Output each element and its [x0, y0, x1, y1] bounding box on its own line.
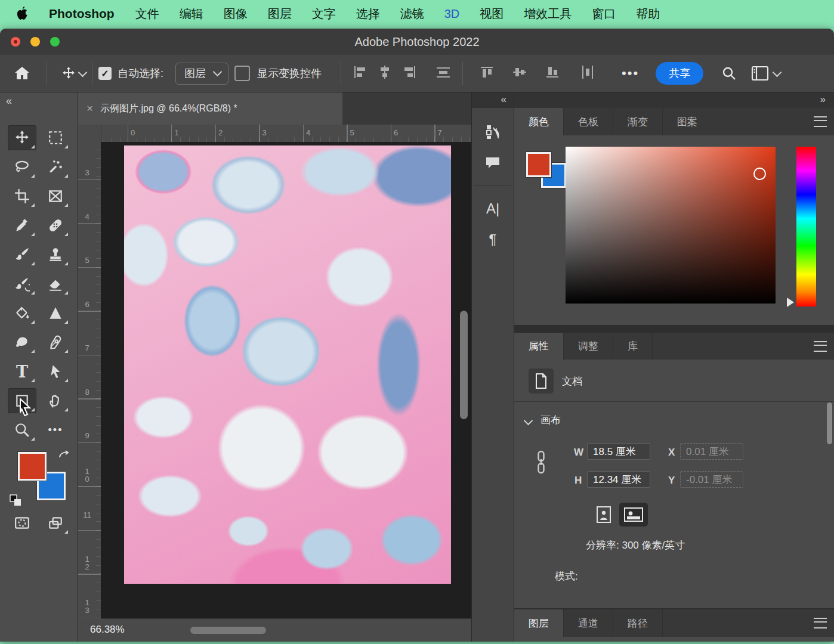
- panel-menu-icon[interactable]: [814, 116, 827, 127]
- crop-tool[interactable]: [8, 184, 36, 209]
- history-panel-icon[interactable]: [472, 116, 514, 147]
- vertical-scrollbar[interactable]: [460, 311, 468, 419]
- menu-plugins[interactable]: 增效工具: [514, 6, 582, 22]
- chevron-down-icon[interactable]: [773, 67, 782, 77]
- distribute-vertical-centers-icon[interactable]: [435, 65, 451, 82]
- saturation-brightness-field[interactable]: [566, 147, 776, 304]
- menubar-app-name[interactable]: Photoshop: [49, 7, 115, 21]
- tab-gradients[interactable]: 渐变: [613, 108, 663, 135]
- magic-wand-tool[interactable]: [41, 154, 70, 179]
- chevron-down-icon[interactable]: [524, 416, 533, 426]
- tab-color[interactable]: 颜色: [514, 108, 564, 135]
- horizontal-scrollbar[interactable]: [190, 627, 266, 634]
- close-document-icon[interactable]: ×: [87, 102, 93, 115]
- menu-image[interactable]: 图像: [214, 6, 258, 22]
- document-tab[interactable]: × 示例图片.jpg @ 66.4%(RGB/8) *: [78, 92, 342, 125]
- vertical-ruler[interactable]: 345678910111213: [78, 142, 101, 619]
- swap-colors-icon[interactable]: [57, 449, 70, 463]
- tab-channels[interactable]: 通道: [564, 609, 613, 637]
- dodge-tool[interactable]: [8, 330, 36, 355]
- move-tool[interactable]: [8, 125, 36, 150]
- quick-mask-icon[interactable]: [8, 510, 36, 535]
- menu-layer[interactable]: 图层: [258, 6, 302, 22]
- tab-paths[interactable]: 路径: [613, 609, 663, 637]
- collapse-panels-icon[interactable]: «: [501, 94, 506, 105]
- show-transform-checkbox[interactable]: [234, 66, 250, 81]
- chevron-down-icon[interactable]: [78, 67, 88, 77]
- align-right-edges-icon[interactable]: [403, 65, 417, 82]
- apple-menu-icon[interactable]: [16, 6, 29, 21]
- zoom-level-value[interactable]: 66.38%: [90, 624, 125, 636]
- menu-help[interactable]: 帮助: [626, 6, 670, 22]
- path-selection-tool[interactable]: [41, 359, 70, 384]
- pen-tool[interactable]: [41, 330, 70, 355]
- tab-properties[interactable]: 属性: [514, 333, 564, 360]
- shape-tool[interactable]: [41, 301, 70, 326]
- auto-select-checkbox[interactable]: ✓: [98, 67, 112, 80]
- menu-type[interactable]: 文字: [302, 6, 346, 22]
- align-top-edges-icon[interactable]: [480, 65, 494, 82]
- canvas-image[interactable]: [124, 145, 451, 584]
- comments-panel-icon[interactable]: [472, 147, 514, 178]
- x-field[interactable]: 0.01 厘米: [680, 443, 743, 460]
- lasso-tool[interactable]: [8, 154, 36, 179]
- rectangular-marquee-tool[interactable]: [41, 125, 70, 150]
- home-icon[interactable]: [14, 66, 30, 80]
- menu-file[interactable]: 文件: [125, 6, 169, 22]
- menu-3d[interactable]: 3D: [434, 7, 470, 21]
- healing-brush-tool[interactable]: [41, 213, 70, 238]
- type-tool[interactable]: T: [8, 359, 36, 384]
- panel-menu-icon[interactable]: [814, 618, 827, 628]
- hue-slider[interactable]: [796, 147, 816, 306]
- more-options-icon[interactable]: •••: [622, 66, 639, 81]
- zoom-tool[interactable]: [8, 417, 36, 442]
- search-icon[interactable]: [721, 66, 737, 81]
- tab-layers[interactable]: 图层: [514, 609, 564, 637]
- height-field[interactable]: 12.34 厘米: [587, 471, 650, 488]
- align-horizontal-centers-icon[interactable]: [378, 65, 392, 82]
- ruler-origin-corner[interactable]: [78, 125, 101, 143]
- horizontal-ruler[interactable]: 01234567: [78, 125, 471, 143]
- share-button[interactable]: 共享: [656, 62, 703, 85]
- character-panel-icon[interactable]: A|: [472, 193, 514, 224]
- screen-mode-icon[interactable]: [41, 510, 70, 535]
- eraser-tool[interactable]: [41, 271, 70, 296]
- hand-tool[interactable]: [41, 388, 70, 413]
- tab-adjustments[interactable]: 调整: [564, 333, 613, 360]
- portrait-orientation-button[interactable]: [592, 503, 616, 527]
- align-vertical-centers-icon[interactable]: [512, 65, 527, 82]
- tab-swatches[interactable]: 色板: [564, 108, 613, 135]
- eyedropper-tool[interactable]: [8, 213, 36, 238]
- menu-view[interactable]: 视图: [469, 6, 514, 22]
- canvas-section-label[interactable]: 画布: [540, 413, 561, 427]
- width-field[interactable]: 18.5 厘米: [587, 443, 650, 460]
- hue-slider-handle[interactable]: [787, 298, 794, 307]
- menu-window[interactable]: 窗口: [582, 6, 626, 22]
- paint-bucket-tool[interactable]: [8, 301, 36, 326]
- collapse-tools-icon[interactable]: «: [6, 95, 12, 107]
- edit-toolbar-icon[interactable]: •••: [41, 417, 70, 442]
- history-brush-tool[interactable]: [8, 271, 36, 296]
- clone-stamp-tool[interactable]: [41, 242, 70, 267]
- panel-scrollbar[interactable]: [827, 402, 832, 444]
- brush-tool[interactable]: [8, 242, 36, 267]
- panel-menu-icon[interactable]: [814, 341, 827, 352]
- expand-panels-icon[interactable]: »: [820, 94, 826, 105]
- landscape-orientation-button[interactable]: [619, 503, 648, 527]
- distribute-horizontal-centers-icon[interactable]: [580, 65, 595, 82]
- align-left-edges-icon[interactable]: [353, 65, 367, 82]
- align-bottom-edges-icon[interactable]: [545, 65, 560, 82]
- frame-tool[interactable]: [41, 184, 70, 209]
- default-colors-icon[interactable]: [10, 494, 21, 509]
- menu-filter[interactable]: 滤镜: [390, 6, 434, 22]
- paragraph-panel-icon[interactable]: ¶: [472, 224, 514, 255]
- workspace-switcher-icon[interactable]: [751, 66, 769, 81]
- move-tool-preset-icon[interactable]: [61, 66, 76, 80]
- foreground-color-swatch[interactable]: [18, 452, 47, 481]
- link-dimensions-icon[interactable]: [536, 449, 546, 478]
- y-field[interactable]: -0.01 厘米: [680, 471, 743, 488]
- canvas-viewport[interactable]: [101, 142, 471, 619]
- menu-edit[interactable]: 编辑: [169, 6, 214, 22]
- tab-patterns[interactable]: 图案: [663, 108, 712, 135]
- tab-libraries[interactable]: 库: [613, 333, 653, 360]
